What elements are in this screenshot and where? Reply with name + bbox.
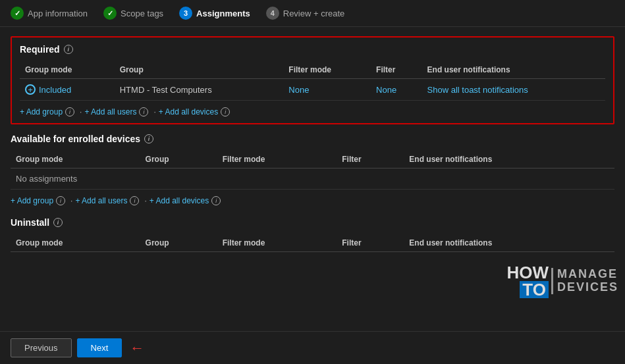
- uninstall-info-icon[interactable]: i: [53, 218, 63, 227]
- step-label-review-create: Review + create: [283, 9, 345, 18]
- add-all-devices-link-required[interactable]: + Add all devices: [159, 107, 218, 117]
- previous-button[interactable]: Previous: [11, 338, 72, 357]
- col-group: Group: [115, 61, 284, 79]
- step-app-information[interactable]: ✓ App information: [11, 7, 88, 20]
- table-row-no-assign: No assignments: [11, 169, 614, 190]
- required-add-links: + Add group i · + Add all users i · + Ad…: [20, 107, 605, 117]
- available-enrolled-info-icon[interactable]: i: [144, 134, 153, 143]
- step-label-scope-tags: Scope tags: [121, 9, 163, 18]
- col-filter-mode-un: Filter mode: [217, 234, 337, 252]
- step-assignments[interactable]: 3 Assignments: [179, 7, 250, 20]
- add-group-link-required[interactable]: + Add group: [20, 107, 63, 117]
- available-enrolled-title: Available for enrolled devices i: [11, 134, 614, 144]
- col-filter-mode-ae: Filter mode: [217, 151, 337, 169]
- add-group-link-ae[interactable]: + Add group: [11, 196, 53, 205]
- col-notifications: End user notifications: [422, 61, 605, 79]
- col-filter-un: Filter: [337, 234, 404, 252]
- col-group-mode-un: Group mode: [11, 234, 140, 252]
- step-nav: ✓ App information ✓ Scope tags 3 Assignm…: [0, 0, 625, 27]
- available-enrolled-section: Available for enrolled devices i Group m…: [11, 134, 614, 205]
- available-enrolled-table: Group mode Group Filter mode Filter End …: [11, 151, 614, 190]
- required-info-icon[interactable]: i: [64, 45, 73, 54]
- step-number-review: 4: [266, 7, 279, 20]
- add-all-devices-link-ae[interactable]: + Add all devices: [149, 196, 209, 205]
- add-devices-info-icon-ae[interactable]: i: [211, 196, 221, 205]
- watermark-how: HOW: [506, 264, 549, 281]
- step-number-assignments: 3: [179, 7, 192, 20]
- col-group-mode: Group mode: [20, 61, 115, 79]
- uninstall-title: Uninstall i: [11, 217, 614, 228]
- col-notifications-ae: End user notifications: [404, 151, 614, 169]
- next-button[interactable]: Next: [77, 338, 122, 357]
- col-filter: Filter: [371, 61, 421, 79]
- notifications-cell[interactable]: Show all toast notifications: [422, 79, 605, 101]
- uninstall-section: Uninstall i Group mode Group Filter mode…: [11, 217, 614, 252]
- step-scope-tags[interactable]: ✓ Scope tags: [103, 7, 163, 20]
- col-group-mode-ae: Group mode: [11, 151, 140, 169]
- add-group-info-icon-ae[interactable]: i: [56, 196, 65, 205]
- col-group-ae: Group: [140, 151, 217, 169]
- col-group-un: Group: [140, 234, 217, 252]
- col-notifications-un: End user notifications: [404, 234, 614, 252]
- add-users-info-icon-ae[interactable]: i: [130, 196, 139, 205]
- filter-mode-cell[interactable]: None: [283, 79, 371, 101]
- arrow-icon: ←: [130, 340, 144, 357]
- add-all-users-link-ae[interactable]: + Add all users: [75, 196, 127, 205]
- no-assignments-text: No assignments: [11, 169, 614, 190]
- watermark-devices: DEVICES: [557, 281, 618, 294]
- plus-icon: +: [25, 84, 36, 95]
- filter-cell[interactable]: None: [371, 79, 421, 101]
- footer: Previous Next ←: [0, 331, 625, 364]
- check-icon-scope-tags: ✓: [103, 7, 117, 20]
- col-filter-ae: Filter: [337, 151, 404, 169]
- step-label-assignments: Assignments: [196, 9, 250, 18]
- add-users-info-icon-required[interactable]: i: [139, 107, 148, 117]
- required-section: Required i Group mode Group Filter mode …: [11, 36, 614, 124]
- step-review-create[interactable]: 4 Review + create: [266, 7, 345, 20]
- group-cell: HTMD - Test Computers: [115, 79, 284, 101]
- required-title: Required i: [20, 44, 605, 55]
- included-label: Included: [39, 85, 71, 95]
- add-group-info-icon-required[interactable]: i: [65, 107, 74, 117]
- table-row: + Included HTMD - Test Computers None No…: [20, 79, 605, 101]
- watermark-to: TO: [520, 281, 549, 298]
- uninstall-table: Group mode Group Filter mode Filter End …: [11, 234, 614, 252]
- watermark-manage: MANAGE: [557, 268, 618, 281]
- check-icon-app-info: ✓: [11, 7, 24, 20]
- add-all-users-link-required[interactable]: + Add all users: [84, 107, 136, 117]
- available-add-links: + Add group i · + Add all users i · + Ad…: [11, 196, 614, 205]
- add-devices-info-icon-required[interactable]: i: [221, 107, 230, 117]
- step-label-app-information: App information: [28, 9, 88, 18]
- watermark: HOW TO MANAGE DEVICES: [506, 264, 618, 298]
- col-filter-mode: Filter mode: [283, 61, 371, 79]
- group-mode-cell[interactable]: + Included: [20, 79, 115, 101]
- required-table: Group mode Group Filter mode Filter End …: [20, 61, 605, 101]
